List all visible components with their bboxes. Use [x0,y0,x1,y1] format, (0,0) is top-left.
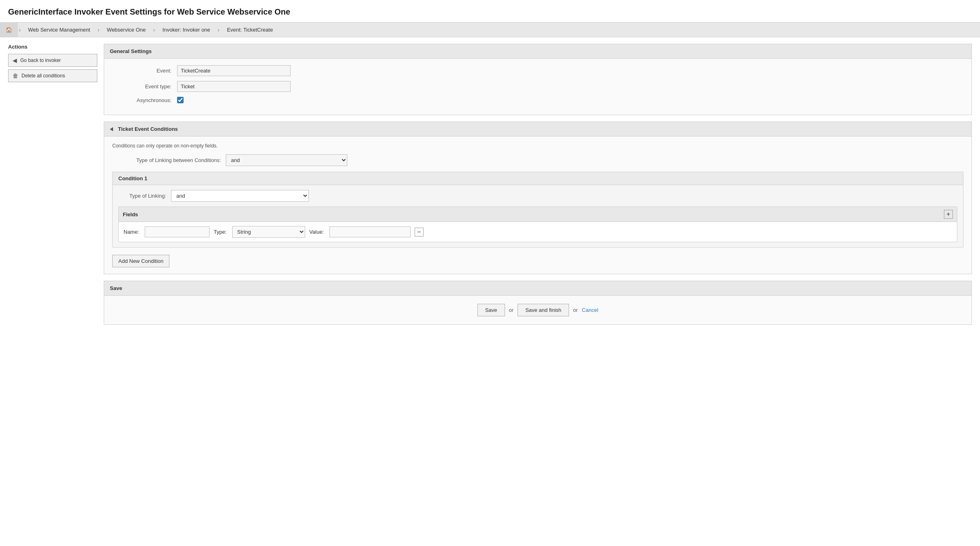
breadcrumb-item-invoker[interactable]: Invoker: Invoker one [156,23,217,37]
add-condition-button[interactable]: Add New Condition [112,255,169,267]
save-button[interactable]: Save [477,304,505,316]
global-linking-label: Type of Linking between Conditions: [112,157,226,163]
page-title: GenericInterface Invoker Event Settings … [0,0,980,22]
general-settings-panel: General Settings Event: Event type: Asyn… [104,44,972,115]
fields-title: Fields [123,211,138,218]
trash-icon: 🗑 [13,73,18,79]
async-row: Asynchronous: [112,97,963,103]
breadcrumb-arrow-2: › [97,26,99,34]
general-settings-title: General Settings [110,48,152,54]
content-area: General Settings Event: Event type: Asyn… [104,44,972,331]
field-value-input[interactable] [330,226,411,237]
event-row: Event: [112,65,963,76]
collapse-icon [110,127,113,131]
add-field-button[interactable]: + [944,210,953,219]
cond-linking-select[interactable]: and or [171,190,309,202]
event-input[interactable] [177,65,291,76]
breadcrumb-home[interactable]: 🏠 [0,23,18,37]
save-section-header: Save [104,281,971,296]
remove-field-button[interactable]: − [415,228,424,237]
breadcrumb-arrow-1: › [19,26,21,34]
sidebar-section-title: Actions [8,44,97,50]
go-back-button[interactable]: ◀ Go back to invoker [8,54,97,67]
home-icon: 🏠 [6,27,12,33]
breadcrumb: 🏠 › Web Service Management › Webservice … [0,22,980,37]
event-type-row: Event type: [112,81,963,92]
event-type-input[interactable] [177,81,291,92]
conditions-note: Conditions can only operate on non-empty… [112,143,963,149]
save-section-body: Save or Save and finish or Cancel [104,296,971,324]
general-settings-header: General Settings [104,44,971,59]
conditions-body: Conditions can only operate on non-empty… [104,136,971,274]
type-label: Type: [214,229,227,235]
save-finish-button[interactable]: Save and finish [518,304,569,316]
breadcrumb-item-wsm[interactable]: Web Service Management [21,23,96,37]
breadcrumb-item-ws[interactable]: Webservice One [101,23,152,37]
save-panel: Save Save or Save and finish or Cancel [104,281,972,325]
field-type-select[interactable]: String Regexp Validation [232,226,305,238]
condition-1-body: Type of Linking: and or Fields + [113,185,963,247]
event-label: Event: [112,68,177,74]
or-text-2: or [573,307,578,313]
general-settings-body: Event: Event type: Asynchronous: [104,59,971,115]
conditions-header: Ticket Event Conditions [104,122,971,136]
global-linking-row: Type of Linking between Conditions: and … [112,154,963,166]
conditions-title: Ticket Event Conditions [118,126,178,132]
global-linking-select[interactable]: and or [226,154,347,166]
breadcrumb-item-event: Event: TicketCreate [220,23,279,37]
cond-linking-row: Type of Linking: and or [118,190,957,202]
conditions-panel: Ticket Event Conditions Conditions can o… [104,122,972,274]
cancel-link[interactable]: Cancel [582,307,598,313]
delete-conditions-button[interactable]: 🗑 Delete all conditions [8,69,97,82]
cond-linking-label: Type of Linking: [118,193,171,199]
fields-table-header: Fields + [119,207,957,222]
name-label: Name: [124,229,139,235]
back-icon: ◀ [13,57,17,64]
condition-block-1: Condition 1 Type of Linking: and or [112,172,963,247]
condition-1-header: Condition 1 [113,172,963,185]
or-text-1: or [509,307,514,313]
go-back-label: Go back to invoker [20,58,61,63]
event-type-label: Event type: [112,83,177,90]
value-label: Value: [309,229,324,235]
delete-conditions-label: Delete all conditions [21,73,65,79]
field-row-1: Name: Type: String Regexp Validation Val… [119,222,957,242]
fields-table: Fields + Name: Type: String Regexp [118,207,957,242]
breadcrumb-arrow-4: › [218,26,220,34]
breadcrumb-arrow-3: › [153,26,155,34]
async-label: Asynchronous: [112,97,177,103]
sidebar: Actions ◀ Go back to invoker 🗑 Delete al… [8,44,97,85]
async-checkbox[interactable] [177,97,184,103]
field-name-input[interactable] [145,226,210,237]
